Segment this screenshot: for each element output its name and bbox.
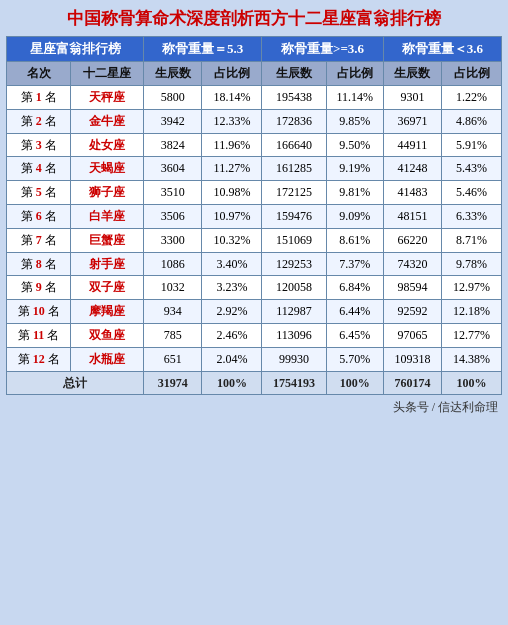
cell-b3: 48151 — [383, 205, 441, 229]
cell-p3: 5.46% — [442, 181, 502, 205]
cell-p3: 6.33% — [442, 205, 502, 229]
sub-pct-1: 占比例 — [202, 62, 262, 86]
cell-p1: 11.96% — [202, 133, 262, 157]
cell-zodiac: 天蝎座 — [71, 157, 144, 181]
cell-zodiac: 天秤座 — [71, 86, 144, 110]
cell-zodiac: 双子座 — [71, 276, 144, 300]
header-col2: 称骨重量>=3.6 — [262, 37, 383, 62]
sub-zodiac: 十二星座 — [71, 62, 144, 86]
main-container: 中国称骨算命术深度剖析西方十二星座富翁排行榜 星座富翁排行榜 称骨重量＝5.3 … — [0, 0, 508, 422]
cell-rank: 第 10 名 — [7, 300, 71, 324]
cell-b1: 651 — [144, 347, 202, 371]
sub-births-1: 生辰数 — [144, 62, 202, 86]
cell-p3: 9.78% — [442, 252, 502, 276]
cell-p1: 18.14% — [202, 86, 262, 110]
cell-zodiac: 白羊座 — [71, 205, 144, 229]
cell-zodiac: 巨蟹座 — [71, 228, 144, 252]
header-left: 星座富翁排行榜 — [7, 37, 144, 62]
cell-p3: 14.38% — [442, 347, 502, 371]
cell-p2: 8.61% — [326, 228, 383, 252]
table-row: 第 3 名处女座382411.96%1666409.50%449115.91% — [7, 133, 502, 157]
cell-p1: 12.33% — [202, 109, 262, 133]
cell-b3: 74320 — [383, 252, 441, 276]
cell-b1: 1032 — [144, 276, 202, 300]
cell-p3: 12.77% — [442, 324, 502, 348]
table-row: 第 12 名水瓶座6512.04%999305.70%10931814.38% — [7, 347, 502, 371]
cell-b2: 195438 — [262, 86, 326, 110]
cell-zodiac: 双鱼座 — [71, 324, 144, 348]
table-row: 第 4 名天蝎座360411.27%1612859.19%412485.43% — [7, 157, 502, 181]
cell-p2: 9.09% — [326, 205, 383, 229]
cell-p3: 5.91% — [442, 133, 502, 157]
total-row: 总计 31974 100% 1754193 100% 760174 100% — [7, 371, 502, 395]
table-row: 第 7 名巨蟹座330010.32%1510698.61%662208.71% — [7, 228, 502, 252]
cell-zodiac: 水瓶座 — [71, 347, 144, 371]
cell-rank: 第 11 名 — [7, 324, 71, 348]
cell-b1: 3604 — [144, 157, 202, 181]
total-b1: 31974 — [144, 371, 202, 395]
cell-zodiac: 摩羯座 — [71, 300, 144, 324]
total-p3: 100% — [442, 371, 502, 395]
cell-b2: 112987 — [262, 300, 326, 324]
cell-p2: 5.70% — [326, 347, 383, 371]
sub-pct-3: 占比例 — [442, 62, 502, 86]
cell-b2: 161285 — [262, 157, 326, 181]
cell-b1: 3510 — [144, 181, 202, 205]
sub-births-2: 生辰数 — [262, 62, 326, 86]
total-b3: 760174 — [383, 371, 441, 395]
header-col3: 称骨重量＜3.6 — [383, 37, 501, 62]
cell-b1: 934 — [144, 300, 202, 324]
cell-b1: 3506 — [144, 205, 202, 229]
cell-b2: 172125 — [262, 181, 326, 205]
cell-p1: 10.97% — [202, 205, 262, 229]
cell-zodiac: 处女座 — [71, 133, 144, 157]
table-row: 第 10 名摩羯座9342.92%1129876.44%9259212.18% — [7, 300, 502, 324]
cell-p2: 7.37% — [326, 252, 383, 276]
cell-b3: 98594 — [383, 276, 441, 300]
cell-b2: 113096 — [262, 324, 326, 348]
cell-b3: 97065 — [383, 324, 441, 348]
cell-b3: 109318 — [383, 347, 441, 371]
cell-b3: 92592 — [383, 300, 441, 324]
cell-b1: 3824 — [144, 133, 202, 157]
sub-pct-2: 占比例 — [326, 62, 383, 86]
sub-births-3: 生辰数 — [383, 62, 441, 86]
cell-b3: 44911 — [383, 133, 441, 157]
cell-b1: 3942 — [144, 109, 202, 133]
cell-rank: 第 6 名 — [7, 205, 71, 229]
total-b2: 1754193 — [262, 371, 326, 395]
table-row: 第 5 名狮子座351010.98%1721259.81%414835.46% — [7, 181, 502, 205]
cell-b1: 3300 — [144, 228, 202, 252]
cell-b1: 1086 — [144, 252, 202, 276]
cell-p2: 6.44% — [326, 300, 383, 324]
cell-rank: 第 1 名 — [7, 86, 71, 110]
cell-p2: 11.14% — [326, 86, 383, 110]
cell-b3: 41248 — [383, 157, 441, 181]
cell-rank: 第 7 名 — [7, 228, 71, 252]
table-row: 第 1 名天秤座580018.14%19543811.14%93011.22% — [7, 86, 502, 110]
table-row: 第 9 名双子座10323.23%1200586.84%9859412.97% — [7, 276, 502, 300]
cell-rank: 第 9 名 — [7, 276, 71, 300]
total-p1: 100% — [202, 371, 262, 395]
cell-rank: 第 4 名 — [7, 157, 71, 181]
page-title: 中国称骨算命术深度剖析西方十二星座富翁排行榜 — [6, 8, 502, 30]
cell-b2: 172836 — [262, 109, 326, 133]
cell-b3: 41483 — [383, 181, 441, 205]
cell-b2: 166640 — [262, 133, 326, 157]
cell-rank: 第 5 名 — [7, 181, 71, 205]
cell-p3: 12.18% — [442, 300, 502, 324]
table-row: 第 8 名射手座10863.40%1292537.37%743209.78% — [7, 252, 502, 276]
cell-b1: 785 — [144, 324, 202, 348]
cell-p3: 4.86% — [442, 109, 502, 133]
cell-rank: 第 8 名 — [7, 252, 71, 276]
cell-zodiac: 金牛座 — [71, 109, 144, 133]
cell-b2: 151069 — [262, 228, 326, 252]
sub-rank: 名次 — [7, 62, 71, 86]
cell-p2: 9.50% — [326, 133, 383, 157]
cell-p2: 9.81% — [326, 181, 383, 205]
cell-b2: 159476 — [262, 205, 326, 229]
table-row: 第 11 名双鱼座7852.46%1130966.45%9706512.77% — [7, 324, 502, 348]
table-row: 第 2 名金牛座394212.33%1728369.85%369714.86% — [7, 109, 502, 133]
cell-b3: 9301 — [383, 86, 441, 110]
cell-p1: 3.40% — [202, 252, 262, 276]
